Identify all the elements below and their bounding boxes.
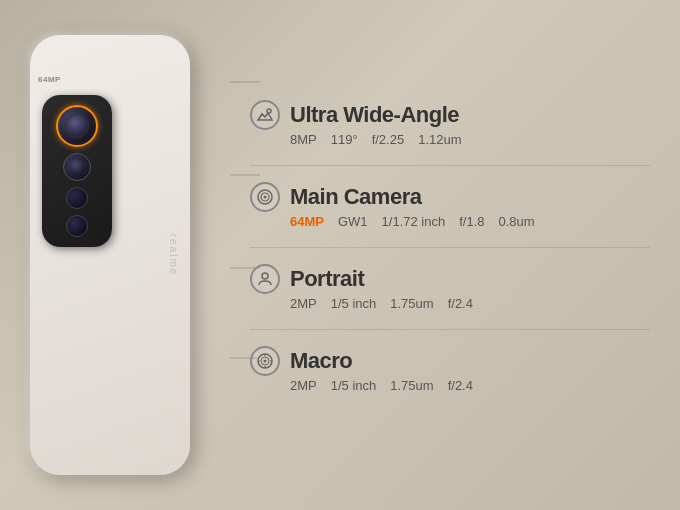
uw-pixel: 1.12um (418, 132, 461, 147)
mc-size: 1/1.72 inch (382, 214, 446, 229)
p-pixel: 1.75um (390, 296, 433, 311)
second-lens-inner (69, 159, 85, 175)
macro-icon (250, 346, 280, 376)
third-lens (66, 187, 88, 209)
divider-2 (250, 247, 650, 248)
portrait-name: Portrait (290, 266, 364, 292)
mc-aperture: f/1.8 (459, 214, 484, 229)
fourth-lens (66, 215, 88, 237)
main-lens-inner (65, 114, 89, 138)
uw-mp: 8MP (290, 132, 317, 147)
divider-3 (250, 329, 650, 330)
camera-module (42, 95, 112, 247)
second-lens (63, 153, 91, 181)
uw-angle: 119° (331, 132, 358, 147)
uw-aperture: f/2.25 (372, 132, 405, 147)
m-aperture: f/2.4 (448, 378, 473, 393)
m-pixel: 1.75um (390, 378, 433, 393)
scene: 64MP realme (0, 0, 680, 510)
phone-area: 64MP realme (10, 25, 230, 485)
mc-mp: 64MP (290, 214, 324, 229)
connector-lines-svg (230, 0, 680, 510)
spec-ultra-wide: Ultra Wide-Angle 8MP 119° f/2.25 1.12um (250, 100, 650, 147)
main-camera-icon (250, 182, 280, 212)
mc-model: GW1 (338, 214, 368, 229)
main-camera-details: 64MP GW1 1/1.72 inch f/1.8 0.8um (290, 214, 650, 229)
ultra-wide-details: 8MP 119° f/2.25 1.12um (290, 132, 650, 147)
specs-area: Ultra Wide-Angle 8MP 119° f/2.25 1.12um (230, 0, 680, 510)
brand-text: realme (168, 234, 179, 277)
ultra-wide-name: Ultra Wide-Angle (290, 102, 459, 128)
macro-details: 2MP 1/5 inch 1.75um f/2.4 (290, 378, 650, 393)
m-mp: 2MP (290, 378, 317, 393)
svg-point-8 (262, 273, 268, 279)
spec-macro: Macro 2MP 1/5 inch 1.75um f/2.4 (250, 346, 650, 393)
svg-point-11 (264, 359, 267, 362)
ultra-wide-title-row: Ultra Wide-Angle (250, 100, 650, 130)
phone-body: 64MP realme (30, 35, 190, 475)
portrait-details: 2MP 1/5 inch 1.75um f/2.4 (290, 296, 650, 311)
mc-pixel: 0.8um (499, 214, 535, 229)
divider-1 (250, 165, 650, 166)
svg-point-7 (264, 195, 267, 198)
portrait-icon (250, 264, 280, 294)
main-camera-title-row: Main Camera (250, 182, 650, 212)
mp-label: 64MP (38, 75, 61, 84)
macro-title-row: Macro (250, 346, 650, 376)
p-aperture: f/2.4 (448, 296, 473, 311)
main-camera-name: Main Camera (290, 184, 421, 210)
portrait-title-row: Portrait (250, 264, 650, 294)
m-size: 1/5 inch (331, 378, 377, 393)
p-mp: 2MP (290, 296, 317, 311)
main-lens (56, 105, 98, 147)
ultra-wide-icon (250, 100, 280, 130)
spec-main-camera: Main Camera 64MP GW1 1/1.72 inch f/1.8 0… (250, 182, 650, 229)
macro-name: Macro (290, 348, 352, 374)
spec-portrait: Portrait 2MP 1/5 inch 1.75um f/2.4 (250, 264, 650, 311)
svg-point-4 (267, 109, 271, 113)
p-size: 1/5 inch (331, 296, 377, 311)
